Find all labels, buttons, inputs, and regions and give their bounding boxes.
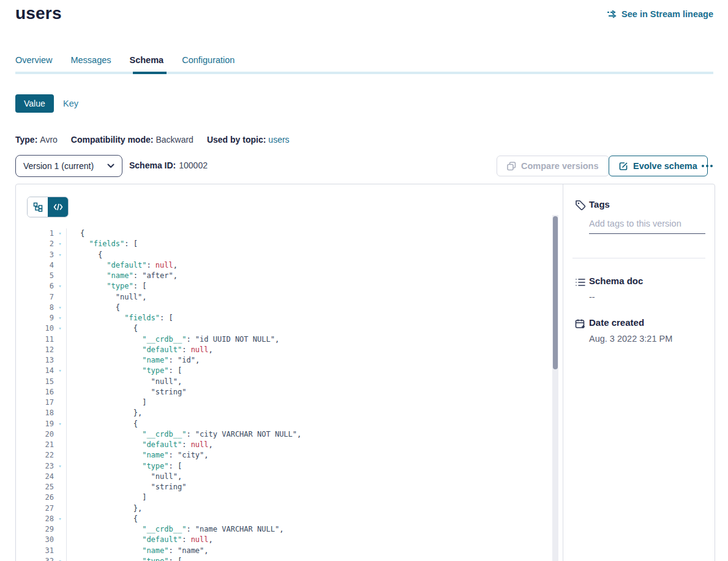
code-line: 1▾{ [16, 228, 552, 239]
code-text: "null", [66, 292, 146, 303]
compatibility-value: Backward [156, 135, 193, 145]
line-number: 4 [16, 260, 54, 271]
tag-icon [575, 200, 586, 211]
schema-panel: 1▾{2▾ "fields": [3▾ {4 "default": null,5… [15, 184, 715, 561]
fold-arrow-empty [54, 503, 66, 514]
line-number: 26 [16, 492, 54, 503]
code-line: 3▾ { [16, 250, 552, 260]
schema-id-field: Schema ID:100002 [129, 160, 208, 170]
code-line: 27 }, [16, 503, 552, 514]
tree-view-icon [33, 202, 43, 212]
tab-configuration[interactable]: Configuration [182, 55, 235, 72]
more-options-button[interactable] [702, 159, 720, 173]
line-number: 8 [16, 303, 54, 313]
code-line: 13 "name": "id", [16, 355, 552, 366]
line-number: 22 [16, 450, 54, 461]
editor-scrollbar-thumb[interactable] [553, 216, 558, 369]
tab-messages[interactable]: Messages [70, 55, 111, 72]
fold-arrow-icon[interactable]: ▾ [54, 239, 66, 249]
fold-arrow-icon[interactable]: ▾ [54, 313, 66, 323]
fold-arrow-icon[interactable]: ▾ [54, 419, 66, 429]
line-number: 10 [16, 323, 54, 334]
line-number: 31 [16, 546, 54, 556]
line-number: 14 [16, 366, 54, 376]
line-number: 25 [16, 482, 54, 492]
code-text: "type": [ [66, 461, 182, 472]
schema-id-label: Schema ID: [129, 160, 176, 170]
line-number: 1 [16, 228, 54, 239]
code-text: "null", [66, 472, 182, 482]
line-number: 16 [16, 387, 54, 397]
page-title: users [15, 4, 62, 23]
line-number: 23 [16, 461, 54, 472]
line-number: 7 [16, 292, 54, 303]
fold-arrow-empty [54, 334, 66, 345]
tree-view-button[interactable] [28, 197, 48, 217]
fold-arrow-empty [54, 408, 66, 418]
code-text: "default": null, [66, 345, 213, 355]
version-select[interactable]: Version 1 (current) [15, 155, 122, 177]
code-line: 30 "default": null, [16, 535, 552, 545]
chevron-down-icon [107, 164, 114, 168]
fold-arrow-icon[interactable]: ▾ [54, 250, 66, 260]
calendar-plus-icon [575, 318, 586, 329]
code-line: 20 "__crdb__": "city VARCHAR NOT NULL", [16, 429, 552, 440]
fold-arrow-icon[interactable]: ▾ [54, 461, 66, 472]
code-text: "string" [66, 387, 186, 397]
fold-arrow-icon[interactable]: ▾ [54, 303, 66, 313]
evolve-schema-button[interactable]: Evolve schema [609, 156, 708, 176]
code-line: 28▾ { [16, 514, 552, 524]
code-line: 9▾ "fields": [ [16, 313, 552, 323]
key-toggle-link[interactable]: Key [63, 99, 78, 108]
code-view-button[interactable] [48, 197, 68, 217]
code-line: 16 "string" [16, 387, 552, 397]
type-field: Type:Avro [15, 135, 58, 145]
code-line: 22 "name": "city", [16, 450, 552, 461]
code-text: }, [66, 503, 142, 514]
code-line: 29 "__crdb__": "name VARCHAR NULL", [16, 524, 552, 535]
tab-overview[interactable]: Overview [15, 55, 52, 72]
fold-arrow-empty [54, 377, 66, 387]
code-line: 8▾ { [16, 303, 552, 313]
compatibility-label: Compatibility mode: [71, 135, 154, 145]
fold-arrow-empty [54, 397, 66, 408]
code-line: 32▾ "type": [ [16, 556, 552, 561]
line-number: 6 [16, 281, 54, 292]
fold-arrow-icon[interactable]: ▾ [54, 228, 66, 239]
type-value: Avro [40, 135, 58, 145]
code-text: "type": [ [66, 556, 182, 561]
line-number: 21 [16, 440, 54, 450]
compare-versions-button[interactable]: Compare versions [497, 156, 609, 176]
schema-code-editor[interactable]: 1▾{2▾ "fields": [3▾ {4 "default": null,5… [16, 228, 552, 561]
code-view-icon [53, 203, 63, 211]
code-line: 11 "__crdb__": "id UUID NOT NULL", [16, 334, 552, 345]
compatibility-field: Compatibility mode:Backward [71, 135, 193, 145]
date-created-heading: Date created [589, 317, 644, 328]
editor-scrollbar-track[interactable] [552, 215, 558, 561]
stream-lineage-link[interactable]: See in Stream lineage [607, 9, 713, 19]
line-number: 17 [16, 397, 54, 408]
code-text: "default": null, [66, 535, 213, 545]
tab-active-indicator [133, 72, 167, 74]
fold-arrow-icon[interactable]: ▾ [54, 556, 66, 561]
line-number: 19 [16, 419, 54, 429]
tab-schema[interactable]: Schema [130, 55, 164, 72]
fold-arrow-icon[interactable]: ▾ [54, 514, 66, 524]
code-line: 25 "string" [16, 482, 552, 492]
line-number: 29 [16, 524, 54, 535]
fold-arrow-icon[interactable]: ▾ [54, 366, 66, 376]
value-toggle-button[interactable]: Value [15, 94, 54, 113]
tags-input[interactable] [589, 216, 705, 234]
fold-arrow-empty [54, 387, 66, 397]
topic-link[interactable]: users [268, 135, 289, 145]
code-text: { [66, 303, 120, 313]
fold-arrow-empty [54, 492, 66, 503]
code-text: "type": [ [66, 281, 146, 292]
line-number: 32 [16, 556, 54, 561]
fold-arrow-icon[interactable]: ▾ [54, 281, 66, 292]
code-line: 5 "name": "after", [16, 271, 552, 281]
type-label: Type: [15, 135, 37, 145]
fold-arrow-icon[interactable]: ▾ [54, 323, 66, 334]
line-number: 5 [16, 271, 54, 281]
code-text: "name": "id", [66, 355, 200, 366]
